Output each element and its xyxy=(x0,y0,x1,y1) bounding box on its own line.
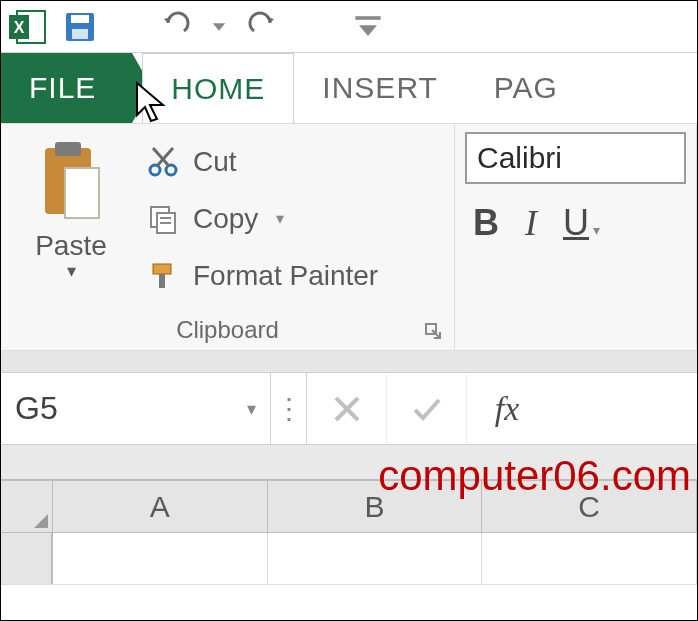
check-icon xyxy=(410,392,444,426)
redo-button[interactable] xyxy=(239,4,285,50)
copy-button[interactable]: Copy ▾ xyxy=(145,193,378,244)
undo-dropdown[interactable] xyxy=(209,4,229,50)
font-name-selector[interactable]: Calibri xyxy=(465,132,686,184)
paste-icon xyxy=(35,138,107,228)
copy-dropdown-caret[interactable]: ▾ xyxy=(276,209,284,228)
paste-dropdown-caret[interactable]: ▾ xyxy=(67,260,76,282)
quick-access-toolbar: X xyxy=(1,1,697,53)
cell[interactable] xyxy=(53,533,268,584)
formula-bar-row: G5 ▾ ⋮ fx xyxy=(1,373,697,445)
column-headers: A B C xyxy=(1,481,697,533)
format-painter-button[interactable]: Format Painter xyxy=(145,251,378,302)
insert-function-button[interactable]: fx xyxy=(467,373,547,444)
column-header-a-label: A xyxy=(150,490,170,524)
fx-label: fx xyxy=(495,390,520,428)
underline-button[interactable]: U xyxy=(563,202,589,243)
svg-rect-8 xyxy=(55,142,81,156)
paste-label: Paste xyxy=(35,230,107,262)
tab-file-label: FILE xyxy=(29,71,96,105)
ribbon-separator xyxy=(1,351,697,373)
svg-rect-4 xyxy=(71,15,89,23)
clipboard-group-label: Clipboard xyxy=(1,316,454,344)
font-name-value: Calibri xyxy=(477,141,562,175)
ribbon-tabs: FILE HOME INSERT PAG xyxy=(1,53,697,123)
select-all-corner[interactable] xyxy=(1,481,53,532)
column-header-b[interactable]: B xyxy=(268,481,483,532)
italic-button[interactable]: I xyxy=(525,202,537,244)
ribbon-group-font: Calibri B I U▾ xyxy=(455,124,697,350)
cut-label: Cut xyxy=(193,146,237,178)
name-box-dropdown-caret[interactable]: ▾ xyxy=(247,398,256,420)
column-header-c[interactable]: C xyxy=(482,481,697,532)
tab-page-label: PAG xyxy=(494,71,558,105)
copy-label: Copy xyxy=(193,203,258,235)
tab-home-label: HOME xyxy=(171,72,265,106)
cancel-formula-button[interactable] xyxy=(307,373,387,444)
formula-bar-resize-grip[interactable]: ⋮ xyxy=(271,373,307,444)
column-header-c-label: C xyxy=(578,490,600,524)
customize-qat-dropdown[interactable] xyxy=(345,4,391,50)
cell[interactable] xyxy=(482,533,697,584)
bold-button[interactable]: B xyxy=(473,202,499,244)
grid-row xyxy=(1,533,697,585)
close-icon xyxy=(330,392,364,426)
format-painter-icon xyxy=(145,260,181,292)
svg-rect-19 xyxy=(159,274,165,288)
row-header[interactable] xyxy=(1,533,53,584)
ribbon: Paste ▾ Cut xyxy=(1,123,697,351)
column-header-b-label: B xyxy=(365,490,385,524)
sheet-gap xyxy=(1,445,697,481)
tab-page-layout[interactable]: PAG xyxy=(466,53,586,123)
svg-rect-9 xyxy=(65,168,99,218)
tab-insert-label: INSERT xyxy=(322,71,437,105)
paste-button[interactable]: Paste ▾ xyxy=(11,132,131,302)
svg-rect-18 xyxy=(153,264,171,274)
svg-rect-5 xyxy=(72,29,88,39)
tab-insert[interactable]: INSERT xyxy=(294,53,465,123)
svg-text:X: X xyxy=(14,19,25,36)
name-box[interactable]: G5 ▾ xyxy=(1,373,271,444)
svg-rect-6 xyxy=(355,16,380,20)
tab-file[interactable]: FILE xyxy=(1,53,132,123)
tab-home[interactable]: HOME xyxy=(142,53,294,123)
scissors-icon xyxy=(145,146,181,178)
name-box-value: G5 xyxy=(15,390,58,427)
format-painter-label: Format Painter xyxy=(193,260,378,292)
clipboard-dialog-launcher[interactable] xyxy=(424,322,444,342)
underline-dropdown-caret[interactable]: ▾ xyxy=(593,222,600,238)
save-button[interactable] xyxy=(57,4,103,50)
excel-logo-icon: X xyxy=(7,8,47,46)
column-header-a[interactable]: A xyxy=(53,481,268,532)
undo-button[interactable] xyxy=(153,4,199,50)
cell[interactable] xyxy=(268,533,483,584)
ribbon-group-clipboard: Paste ▾ Cut xyxy=(1,124,455,350)
enter-formula-button[interactable] xyxy=(387,373,467,444)
copy-icon xyxy=(145,203,181,235)
cut-button[interactable]: Cut xyxy=(145,136,378,187)
